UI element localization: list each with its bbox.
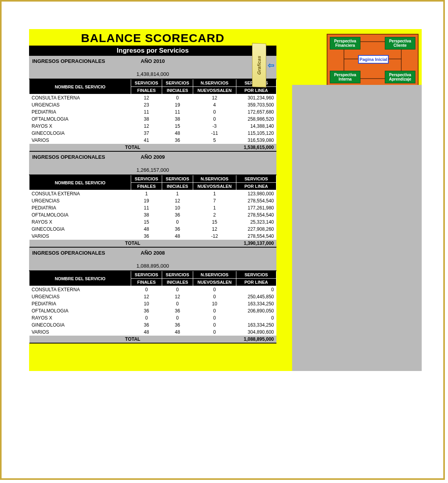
cell-linea: 227,908,260 xyxy=(236,226,276,233)
arrow-left-icon: ⇦ xyxy=(268,61,274,70)
total-value: 1,088,895,000 xyxy=(236,336,276,343)
nav-interna-button[interactable]: Perspectiva Interna xyxy=(330,71,360,83)
cell-finales: 11 xyxy=(131,204,162,211)
total-label: TOTAL xyxy=(29,336,236,343)
cell-linea: 258,986,520 xyxy=(236,116,276,123)
services-table: NOMBRE DEL SERVICIOSERVICIOSSERVICIOSN.S… xyxy=(29,270,276,343)
section-amount: 1,266,157,000 xyxy=(32,167,273,173)
cell-nuevos: -11 xyxy=(193,130,236,137)
col-iniciales-sub: INICIALES xyxy=(162,183,193,190)
cell-finales: 38 xyxy=(131,211,162,219)
nav-aprendizaje-button[interactable]: Perspectiva Aprendizaje xyxy=(385,71,415,83)
cell-linea: 25,323,140 xyxy=(236,219,276,226)
cell-nuevos: 5 xyxy=(193,137,236,144)
cell-nuevos: 7 xyxy=(193,197,236,204)
cell-nuevos: 12 xyxy=(193,226,236,233)
cell-finales: 41 xyxy=(131,137,162,144)
cell-iniciales: 1 xyxy=(162,190,193,198)
cell-iniciales: 15 xyxy=(162,123,193,130)
table-row: PEDIATRIA11101177,261,980 xyxy=(29,204,276,211)
table-row: OFTALMOLOGIA38362278,554,540 xyxy=(29,211,276,219)
nav-financiera-button[interactable]: Perspectiva Financiera xyxy=(330,37,360,50)
cell-finales: 12 xyxy=(131,94,162,102)
col-nuevos: N.SERVICIOS xyxy=(193,79,236,87)
cell-linea: 301,234,960 xyxy=(236,94,276,102)
table-row: CONSULTA EXTERNA12012301,234,960 xyxy=(29,94,276,102)
cell-finales: 19 xyxy=(131,197,162,204)
cell-name: PEDIATRIA xyxy=(29,204,131,211)
table-row: GINECOLOGIA483612227,908,260 xyxy=(29,226,276,233)
cell-iniciales: 36 xyxy=(162,211,193,219)
cell-nuevos: 1 xyxy=(193,204,236,211)
col-iniciales-sub: INICIALES xyxy=(162,87,193,94)
cell-linea: 0 xyxy=(236,286,276,294)
cell-name: OFTALMOLOGIA xyxy=(29,211,131,219)
section-amount: 1,438,814,000 xyxy=(32,71,273,77)
table-row: URGENCIAS23194359,703,500 xyxy=(29,101,276,108)
total-value: 1,538,615,000 xyxy=(236,144,276,151)
nav-home-button[interactable]: Pagina Inicial xyxy=(358,55,389,64)
cell-iniciales: 12 xyxy=(162,293,193,300)
table-row: GINECOLOGIA36360163,334,250 xyxy=(29,321,276,329)
table-row: VARIOS41365316,539,080 xyxy=(29,137,276,144)
cell-iniciales: 38 xyxy=(162,116,193,123)
cell-name: CONSULTA EXTERNA xyxy=(29,190,131,198)
cell-linea: 304,890,600 xyxy=(236,329,276,336)
table-row: OFTALMOLOGIA38380258,986,520 xyxy=(29,116,276,123)
table-row: RAYOS X1501525,323,140 xyxy=(29,219,276,226)
cell-finales: 48 xyxy=(131,226,162,233)
cell-iniciales: 36 xyxy=(162,226,193,233)
table-row: OFTALMOLOGIA36360206,890,050 xyxy=(29,307,276,314)
cell-nuevos: 0 xyxy=(193,321,236,329)
cell-linea: 278,554,540 xyxy=(236,197,276,204)
cell-name: URGENCIAS xyxy=(29,197,131,204)
services-table: NOMBRE DEL SERVICIOSERVICIOSSERVICIOSN.S… xyxy=(29,79,276,152)
cell-iniciales: 48 xyxy=(162,130,193,137)
cell-finales: 0 xyxy=(131,286,162,294)
section-header: INGRESOS OPERACIONALESAÑO 20091,266,157,… xyxy=(29,152,276,174)
cell-nuevos: 0 xyxy=(193,329,236,336)
cell-linea: 206,890,050 xyxy=(236,307,276,314)
cell-name: VARIOS xyxy=(29,233,131,240)
cell-name: VARIOS xyxy=(29,137,131,144)
cell-name: OFTALMOLOGIA xyxy=(29,116,131,123)
page-title: BALANCE SCORECARD xyxy=(29,29,276,46)
cell-nuevos: 0 xyxy=(193,314,236,321)
cell-name: RAYOS X xyxy=(29,123,131,130)
cell-name: PEDIATRIA xyxy=(29,108,131,116)
cell-iniciales: 48 xyxy=(162,329,193,336)
total-row: TOTAL1,390,137,000 xyxy=(29,240,276,247)
cell-iniciales: 10 xyxy=(162,204,193,211)
cell-nuevos: 10 xyxy=(193,300,236,307)
cell-iniciales: 0 xyxy=(162,286,193,294)
section-year: AÑO 2010 xyxy=(29,58,276,64)
table-row: CONSULTA EXTERNA111123,980,000 xyxy=(29,190,276,198)
cell-name: PEDIATRIA xyxy=(29,300,131,307)
col-nuevos: N.SERVICIOS xyxy=(193,175,236,183)
col-linea: SERVICIOS xyxy=(236,271,276,279)
section-year: AÑO 2009 xyxy=(29,154,276,160)
col-finales-sub: FINALES xyxy=(131,279,162,286)
nav-panel: Perspectiva Financiera Perspectiva Clien… xyxy=(327,34,419,86)
cell-linea: 278,554,540 xyxy=(236,233,276,240)
cell-name: OFTALMOLOGIA xyxy=(29,307,131,314)
cell-linea: 359,703,500 xyxy=(236,101,276,108)
worksheet: BALANCE SCORECARD Ingresos por Servicios… xyxy=(29,29,422,371)
col-name: NOMBRE DEL SERVICIO xyxy=(29,79,131,94)
cell-finales: 37 xyxy=(131,130,162,137)
nav-cliente-button[interactable]: Perspectiva Cliente xyxy=(385,37,415,50)
col-nuevos-sub: NUEVOS/SALEN xyxy=(193,183,236,190)
table-row: VARIOS3648-12278,554,540 xyxy=(29,233,276,240)
cell-nuevos: -12 xyxy=(193,233,236,240)
cell-iniciales: 36 xyxy=(162,321,193,329)
cell-finales: 38 xyxy=(131,116,162,123)
table-row: CONSULTA EXTERNA0000 xyxy=(29,286,276,294)
cell-finales: 0 xyxy=(131,314,162,321)
col-iniciales: SERVICIOS xyxy=(162,79,193,87)
cell-name: RAYOS X xyxy=(29,219,131,226)
cell-finales: 48 xyxy=(131,329,162,336)
table-row: URGENCIAS19127278,554,540 xyxy=(29,197,276,204)
cell-linea: 278,554,540 xyxy=(236,211,276,219)
graficas-button[interactable]: Graficas xyxy=(252,43,266,87)
col-iniciales: SERVICIOS xyxy=(162,271,193,279)
